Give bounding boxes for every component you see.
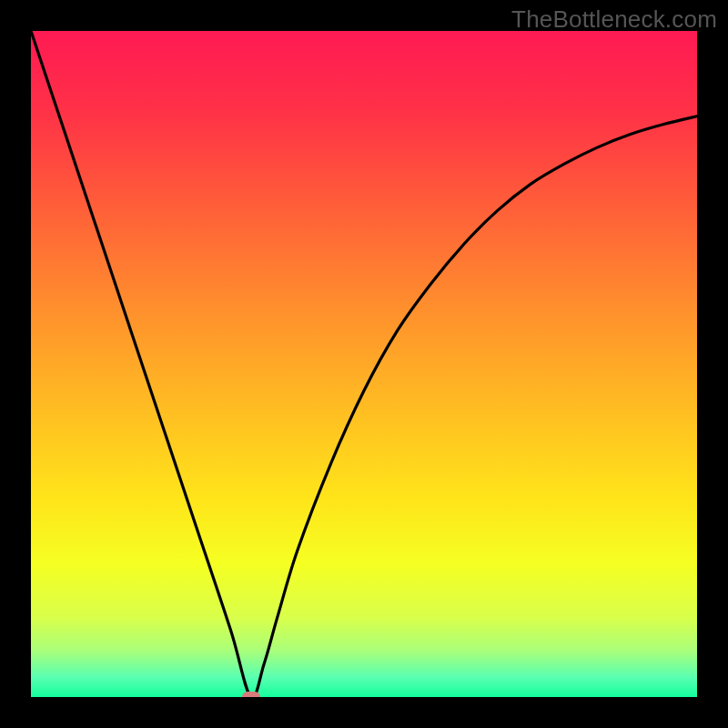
watermark-text: TheBottleneck.com	[511, 5, 717, 34]
optimum-marker	[242, 692, 260, 697]
chart-frame: TheBottleneck.com	[0, 0, 728, 728]
bottleneck-curve	[31, 31, 697, 697]
plot-area	[31, 31, 697, 697]
